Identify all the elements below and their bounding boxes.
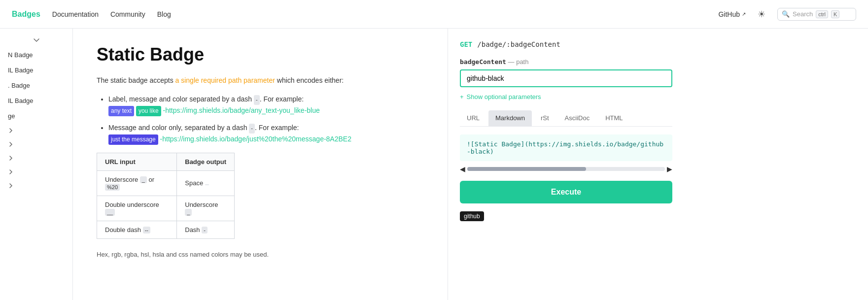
search-bar[interactable]: 🔍 Search ctrl K bbox=[777, 8, 856, 21]
param-name: badgeContent bbox=[460, 58, 506, 66]
desc-highlight: a single required path parameter bbox=[175, 76, 275, 84]
endpoint-path: /badge/:badgeContent bbox=[477, 40, 560, 48]
result-badge: github bbox=[460, 211, 484, 221]
color-note-text: Hex, rgb, rgba, hsl, hsla and css named … bbox=[97, 251, 269, 258]
bullet2-example-link[interactable]: -https://img.shields.io/badge/just%20the… bbox=[160, 135, 351, 143]
table-row: Double underscore __ Underscore _ bbox=[97, 196, 235, 221]
table-cell-output-1: Underscore _ bbox=[177, 196, 235, 221]
scroll-left-arrow[interactable]: ◀ bbox=[460, 165, 465, 173]
sidebar: N Badge IL Badge . Badge IL Badge ge bbox=[0, 29, 73, 300]
table-cell-input-2: Double dash -- bbox=[97, 221, 177, 238]
badge-you-like: you like bbox=[136, 106, 161, 116]
show-optional-button[interactable]: + Show optional parameters bbox=[460, 93, 672, 100]
topnav: Badges Documentation Community Blog GitH… bbox=[0, 0, 868, 29]
nav-logo[interactable]: Badges bbox=[12, 10, 40, 19]
tab-markdown[interactable]: Markdown bbox=[488, 110, 532, 127]
right-panel: GET /badge/:badgeContent badgeContent — … bbox=[448, 29, 684, 300]
search-placeholder: Search bbox=[793, 10, 813, 18]
theme-toggle-button[interactable]: ☀ bbox=[758, 9, 765, 20]
feature-list: Label, message and color separated by a … bbox=[108, 94, 424, 145]
bullet-item-2: Message and color only, separated by a d… bbox=[108, 122, 424, 145]
sidebar-arrow-4[interactable] bbox=[0, 165, 72, 179]
table-header-url: URL input bbox=[97, 153, 177, 170]
page-description: The static badge accepts a single requir… bbox=[97, 75, 424, 86]
output-code-text: ![Static Badge](https://img.shields.io/b… bbox=[467, 140, 663, 155]
sidebar-arrow-5[interactable] bbox=[0, 179, 72, 193]
bullet-item-1: Label, message and color separated by a … bbox=[108, 94, 424, 116]
http-method: GET bbox=[460, 40, 472, 48]
page-title: Static Badge bbox=[97, 44, 424, 65]
content-area: Static Badge The static badge accepts a … bbox=[73, 29, 448, 300]
main-layout: N Badge IL Badge . Badge IL Badge ge Sta… bbox=[0, 29, 868, 300]
plus-icon: + bbox=[460, 93, 464, 100]
output-scrollbar[interactable]: ◀ ▶ bbox=[460, 165, 672, 173]
conversion-table: URL input Badge output Underscore _ or %… bbox=[97, 153, 235, 239]
table-row: Double dash -- Dash - bbox=[97, 221, 235, 238]
nav-blog[interactable]: Blog bbox=[157, 10, 171, 18]
table-cell-input-0: Underscore _ or %20 bbox=[97, 170, 177, 196]
bullet1-example-link[interactable]: -https://img.shields.io/badge/any_text-y… bbox=[163, 106, 320, 114]
tab-rst[interactable]: rSt bbox=[534, 110, 556, 127]
nav-documentation[interactable]: Documentation bbox=[52, 10, 99, 18]
desc-prefix: The static badge accepts bbox=[97, 76, 175, 84]
output-tabs: URL Markdown rSt AsciiDoc HTML bbox=[460, 110, 672, 127]
sidebar-collapse-button[interactable] bbox=[0, 33, 72, 47]
search-icon: 🔍 bbox=[782, 10, 790, 18]
color-note: Hex, rgb, rgba, hsl, hsla and css named … bbox=[97, 251, 424, 258]
execute-button[interactable]: Execute bbox=[460, 181, 672, 203]
param-label: badgeContent — path bbox=[460, 58, 672, 66]
bullet2-text-before: Message and color only, separated by a d… bbox=[108, 124, 249, 132]
bullet1-text-after: . For example: bbox=[260, 95, 304, 103]
table-cell-output-0: Space bbox=[177, 170, 235, 196]
sidebar-arrow-2[interactable] bbox=[0, 137, 72, 151]
bullet1-text-before: Label, message and color separated by a … bbox=[108, 95, 254, 103]
sidebar-item-dot-badge[interactable]: . Badge bbox=[0, 78, 72, 93]
output-code-block: ![Static Badge](https://img.shields.io/b… bbox=[460, 134, 672, 161]
scroll-thumb bbox=[467, 167, 586, 171]
badge-just-message: just the message bbox=[108, 134, 158, 145]
sidebar-item-il-badge-1[interactable]: IL Badge bbox=[0, 63, 72, 78]
scroll-track bbox=[467, 167, 665, 171]
badge-content-input[interactable] bbox=[460, 69, 672, 87]
param-type: — path bbox=[508, 58, 529, 66]
external-link-icon: ↗ bbox=[742, 11, 746, 17]
badge-any-text: any text bbox=[108, 106, 134, 116]
tab-html[interactable]: HTML bbox=[598, 110, 629, 127]
sidebar-arrow-3[interactable] bbox=[0, 151, 72, 165]
table-header-badge: Badge output bbox=[177, 153, 235, 170]
sidebar-arrow-1[interactable] bbox=[0, 124, 72, 137]
nav-community[interactable]: Community bbox=[110, 10, 145, 18]
tab-url[interactable]: URL bbox=[460, 110, 486, 127]
scroll-right-arrow[interactable]: ▶ bbox=[667, 165, 672, 173]
table-cell-input-1: Double underscore __ bbox=[97, 196, 177, 221]
api-endpoint: GET /badge/:badgeContent bbox=[460, 40, 672, 48]
desc-suffix: which encodes either: bbox=[275, 76, 344, 84]
sidebar-item-n-badge[interactable]: N Badge bbox=[0, 47, 72, 63]
bullet1-dash-badge: - bbox=[254, 95, 260, 105]
nav-github-link[interactable]: GitHub ↗ bbox=[718, 10, 746, 18]
search-ctrl-key: ctrl bbox=[816, 10, 828, 18]
table-cell-output-2: Dash - bbox=[177, 221, 235, 238]
table-row: Underscore _ or %20 Space bbox=[97, 170, 235, 196]
bullet2-text-after: . For example: bbox=[255, 124, 299, 132]
show-optional-label: Show optional parameters bbox=[467, 93, 541, 100]
github-label: GitHub bbox=[718, 10, 740, 18]
sidebar-item-ge[interactable]: ge bbox=[0, 108, 72, 124]
sidebar-item-il-badge-2[interactable]: IL Badge bbox=[0, 93, 72, 108]
bullet2-dash-badge: - bbox=[249, 124, 255, 133]
search-k-key: K bbox=[831, 10, 839, 18]
tab-asciidoc[interactable]: AsciiDoc bbox=[558, 110, 597, 127]
